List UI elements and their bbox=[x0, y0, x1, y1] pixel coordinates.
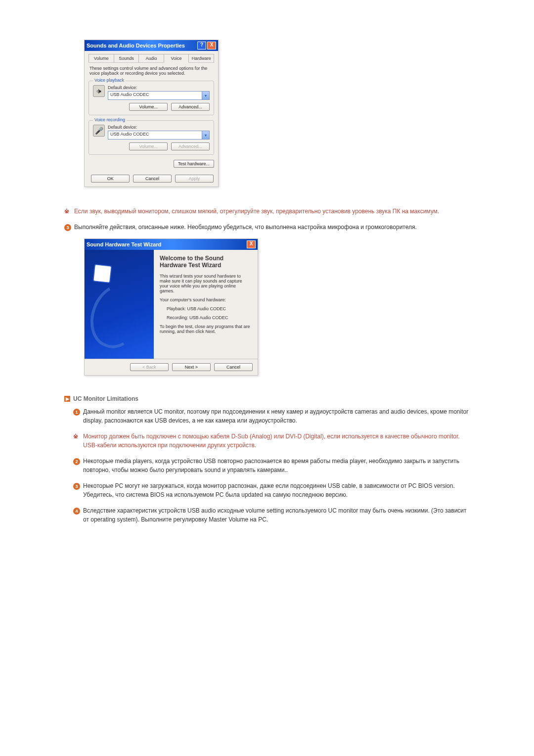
recording-device-select[interactable]: USB Audio CODEC ▾ bbox=[108, 131, 210, 140]
limitation-note-red-text: Монитор должен быть подключен с помощью … bbox=[83, 432, 470, 450]
wizard-heading: Welcome to the Sound Hardware Test Wizar… bbox=[160, 255, 252, 269]
playback-advanced-button[interactable]: Advanced... bbox=[171, 103, 210, 111]
limitation-2: 2 Некоторые media players, когда устройс… bbox=[73, 457, 470, 474]
voice-recording-group: Voice recording 🎤 Default device: USB Au… bbox=[89, 120, 214, 155]
chevron-down-icon: ▾ bbox=[202, 92, 209, 99]
microphone-icon: 🎤 bbox=[93, 125, 105, 137]
wizard-hw-label: Your computer's sound hardware: bbox=[160, 297, 252, 302]
playback-device-value: USB Audio CODEC bbox=[108, 92, 202, 99]
wizard-title: Sound Hardware Test Wizard bbox=[87, 241, 161, 247]
sounds-audio-dialog: Sounds and Audio Devices Properties ? X … bbox=[84, 40, 219, 187]
voice-playback-legend: Voice playback bbox=[93, 78, 126, 83]
dialog-titlebar: Sounds and Audio Devices Properties ? X bbox=[85, 40, 218, 51]
limitation-3: 3 Некоторые PC могут не загружаться, ког… bbox=[73, 481, 470, 499]
number-badge-4: 4 bbox=[73, 508, 80, 515]
section-title: UC Monitor Limitations bbox=[73, 395, 138, 402]
wizard-recording-value: Recording: USB Audio CODEC bbox=[167, 315, 252, 320]
recording-advanced-button: Advanced... bbox=[171, 142, 210, 150]
number-badge-3: 3 bbox=[73, 483, 80, 490]
playback-volume-button[interactable]: Volume... bbox=[129, 103, 168, 111]
tab-sounds[interactable]: Sounds bbox=[114, 54, 139, 63]
ok-button[interactable]: OK bbox=[91, 175, 130, 183]
dialog-description: These settings control volume and advanc… bbox=[89, 66, 213, 76]
arrow-right-icon: ▶ bbox=[64, 396, 70, 402]
wizard-desc-1: This wizard tests your sound hardware to… bbox=[160, 274, 252, 293]
tab-voice[interactable]: Voice bbox=[164, 54, 189, 63]
limitation-2-text: Некоторые media players, когда устройств… bbox=[83, 457, 470, 474]
limitation-1: 1 Данный monitor является UC monitor, по… bbox=[73, 407, 470, 425]
asterisk-icon: ※ bbox=[73, 433, 78, 440]
speaker-icon: 🕩 bbox=[93, 85, 105, 97]
volume-note-text: Если звук, выводимый монитором, слишком … bbox=[74, 207, 439, 216]
limitation-note-red: ※ Монитор должен быть подключен с помощь… bbox=[73, 432, 470, 450]
section-uc-limitations: ▶ UC Monitor Limitations bbox=[64, 395, 470, 402]
playback-default-label: Default device: bbox=[108, 85, 210, 90]
number-badge-3: 3 bbox=[64, 224, 71, 231]
playback-device-select[interactable]: USB Audio CODEC ▾ bbox=[108, 91, 210, 100]
limitation-4: 4 Вследствие характеристик устройств USB… bbox=[73, 506, 470, 524]
step-3-text: Выполняйте действия, описанные ниже. Нео… bbox=[74, 223, 417, 232]
dialog-title: Sounds and Audio Devices Properties bbox=[87, 43, 185, 48]
number-badge-2: 2 bbox=[73, 458, 80, 465]
wizard-back-button: < Back bbox=[130, 363, 169, 371]
voice-recording-legend: Voice recording bbox=[93, 117, 127, 122]
recording-device-value: USB Audio CODEC bbox=[108, 131, 202, 139]
close-icon[interactable]: X bbox=[247, 240, 256, 248]
tab-volume[interactable]: Volume bbox=[89, 54, 114, 63]
wizard-titlebar: Sound Hardware Test Wizard X bbox=[85, 239, 258, 250]
limitation-4-text: Вследствие характеристик устройств USB a… bbox=[83, 506, 470, 524]
voice-playback-group: Voice playback 🕩 Default device: USB Aud… bbox=[89, 81, 214, 115]
step-3: 3 Выполняйте действия, описанные ниже. Н… bbox=[64, 223, 470, 232]
chevron-down-icon: ▾ bbox=[202, 131, 209, 139]
cancel-button[interactable]: Cancel bbox=[133, 175, 172, 183]
test-hardware-button[interactable]: Test hardware... bbox=[174, 160, 214, 168]
close-icon[interactable]: X bbox=[207, 42, 216, 49]
limitation-1-text: Данный monitor является UC monitor, поэт… bbox=[83, 407, 470, 425]
tab-audio[interactable]: Audio bbox=[138, 54, 164, 63]
recording-default-label: Default device: bbox=[108, 125, 210, 130]
asterisk-icon: ※ bbox=[64, 208, 69, 215]
limitation-3-text: Некоторые PC могут не загружаться, когда… bbox=[83, 481, 455, 499]
recording-volume-button: Volume... bbox=[129, 142, 168, 150]
number-badge-1: 1 bbox=[73, 409, 80, 416]
sound-hardware-wizard: Sound Hardware Test Wizard X Welcome to … bbox=[84, 238, 258, 376]
volume-note: ※ Если звук, выводимый монитором, слишко… bbox=[64, 207, 470, 216]
wizard-playback-value: Playback: USB Audio CODEC bbox=[167, 306, 252, 311]
tab-hardware[interactable]: Hardware bbox=[188, 54, 214, 63]
dialog-tabs: Volume Sounds Audio Voice Hardware bbox=[89, 54, 214, 63]
help-icon[interactable]: ? bbox=[197, 42, 206, 49]
apply-button: Apply bbox=[175, 175, 214, 183]
wizard-cancel-button[interactable]: Cancel bbox=[214, 363, 253, 371]
wizard-next-button[interactable]: Next > bbox=[172, 363, 211, 371]
wizard-desc-2: To begin the test, close any programs th… bbox=[160, 324, 252, 334]
wizard-sidebar-graphic bbox=[85, 250, 154, 359]
